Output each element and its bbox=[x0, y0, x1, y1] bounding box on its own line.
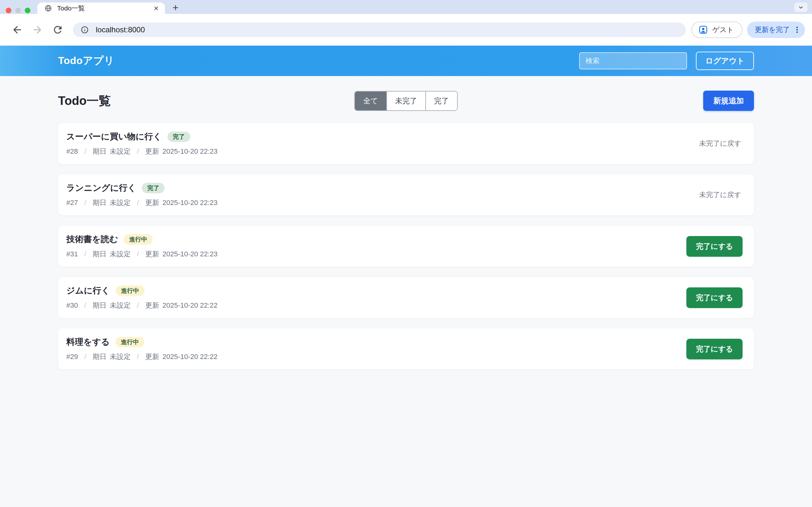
todo-id: #27 bbox=[66, 199, 78, 207]
updated-value: 2025-10-20 22:23 bbox=[162, 250, 217, 258]
due-label: 期日 bbox=[93, 249, 107, 259]
todo-meta: #28 / 期日 未設定 / 更新 2025-10-20 22:23 bbox=[66, 147, 217, 156]
updated-label: 更新 bbox=[145, 352, 159, 361]
todo-action[interactable]: 完了にする bbox=[687, 236, 743, 257]
window-controls bbox=[6, 8, 31, 13]
todo-card: 料理をする 進行中 #29 / 期日 未設定 / 更新 2025-10-20 2… bbox=[58, 328, 754, 370]
todo-meta: #30 / 期日 未設定 / 更新 2025-10-20 22:22 bbox=[66, 301, 217, 310]
meta-separator: / bbox=[84, 301, 86, 309]
updated-label: 更新 bbox=[145, 249, 159, 259]
todo-title: ランニングに行く bbox=[66, 182, 136, 193]
due-label: 期日 bbox=[93, 147, 107, 156]
todo-card: 技術書を読む 進行中 #31 / 期日 未設定 / 更新 2025-10-20 … bbox=[58, 226, 754, 267]
due-label: 期日 bbox=[93, 198, 107, 208]
browser-tab-strip: Todo一覧 × + bbox=[0, 0, 812, 14]
updated-value: 2025-10-20 22:22 bbox=[162, 301, 217, 309]
updated-label: 更新 bbox=[145, 198, 159, 208]
filter-incomplete-button[interactable]: 未完了 bbox=[387, 92, 426, 110]
search-input[interactable] bbox=[579, 52, 687, 69]
status-badge: 進行中 bbox=[124, 234, 153, 245]
due-value: 未設定 bbox=[110, 352, 131, 361]
todo-action[interactable]: 未完了に戻す bbox=[698, 136, 743, 151]
profile-button[interactable]: ゲスト bbox=[692, 21, 743, 38]
todo-action[interactable]: 完了にする bbox=[687, 287, 743, 308]
meta-separator: / bbox=[137, 353, 139, 361]
todo-card: ジムに行く 進行中 #30 / 期日 未設定 / 更新 2025-10-20 2… bbox=[58, 277, 754, 318]
page-title: Todo一覧 bbox=[58, 93, 354, 109]
finish-update-button[interactable]: 更新を完了 bbox=[747, 21, 805, 38]
due-value: 未設定 bbox=[110, 198, 131, 208]
browser-menu-icon[interactable] bbox=[793, 26, 801, 34]
app-title: Todoアプリ bbox=[58, 54, 579, 68]
status-badge: 完了 bbox=[167, 131, 190, 142]
todo-title: 料理をする bbox=[66, 336, 110, 348]
meta-separator: / bbox=[84, 250, 86, 258]
chevron-down-icon bbox=[798, 4, 804, 10]
guest-avatar-icon bbox=[699, 25, 708, 35]
reload-icon[interactable] bbox=[52, 24, 63, 36]
browser-tab[interactable]: Todo一覧 × bbox=[38, 3, 165, 14]
zoom-window-button[interactable] bbox=[25, 8, 31, 13]
due-value: 未設定 bbox=[110, 147, 131, 156]
meta-separator: / bbox=[84, 353, 86, 361]
todo-meta: #31 / 期日 未設定 / 更新 2025-10-20 22:23 bbox=[66, 249, 217, 259]
filter-segmented-control: 全て 未完了 完了 bbox=[354, 91, 458, 111]
tab-title: Todo一覧 bbox=[57, 4, 153, 13]
globe-icon bbox=[44, 4, 52, 12]
updated-label: 更新 bbox=[145, 147, 159, 156]
profile-label: ゲスト bbox=[712, 25, 734, 35]
meta-separator: / bbox=[84, 199, 86, 207]
meta-separator: / bbox=[137, 301, 139, 309]
tab-search-button[interactable] bbox=[794, 3, 808, 12]
close-window-button[interactable] bbox=[6, 8, 11, 13]
due-value: 未設定 bbox=[110, 301, 131, 310]
todo-action[interactable]: 未完了に戻す bbox=[698, 187, 743, 202]
todo-id: #30 bbox=[66, 301, 78, 309]
forward-icon[interactable] bbox=[32, 24, 43, 36]
status-badge: 進行中 bbox=[115, 337, 144, 347]
meta-separator: / bbox=[137, 147, 139, 156]
todo-id: #29 bbox=[66, 353, 78, 361]
status-badge: 完了 bbox=[142, 183, 165, 193]
page-head: Todo一覧 全て 未完了 完了 新規追加 bbox=[58, 91, 754, 111]
new-tab-button[interactable]: + bbox=[172, 3, 179, 13]
todo-list: スーパーに買い物に行く 完了 #28 / 期日 未設定 / 更新 2025-10… bbox=[58, 123, 754, 370]
filter-all-button[interactable]: 全て bbox=[355, 92, 387, 110]
todo-card: スーパーに買い物に行く 完了 #28 / 期日 未設定 / 更新 2025-10… bbox=[58, 123, 754, 164]
url-text: localhost:8000 bbox=[96, 25, 145, 34]
status-badge: 進行中 bbox=[116, 285, 145, 296]
meta-separator: / bbox=[137, 250, 139, 258]
todo-title: スーパーに買い物に行く bbox=[66, 131, 162, 142]
browser-toolbar: localhost:8000 ゲスト 更新を完了 bbox=[0, 14, 812, 46]
updated-value: 2025-10-20 22:22 bbox=[162, 353, 217, 361]
todo-title: 技術書を読む bbox=[66, 233, 118, 245]
updated-value: 2025-10-20 22:23 bbox=[162, 147, 217, 156]
updated-label: 更新 bbox=[145, 301, 159, 310]
due-value: 未設定 bbox=[110, 249, 131, 259]
meta-separator: / bbox=[137, 199, 139, 207]
due-label: 期日 bbox=[93, 301, 107, 310]
logout-button[interactable]: ログアウト bbox=[696, 52, 754, 70]
address-bar[interactable]: localhost:8000 bbox=[73, 22, 686, 37]
tab-close-icon[interactable]: × bbox=[153, 4, 160, 12]
due-label: 期日 bbox=[93, 352, 107, 361]
filter-complete-button[interactable]: 完了 bbox=[426, 92, 457, 110]
todo-action[interactable]: 完了にする bbox=[687, 339, 743, 359]
todo-id: #31 bbox=[66, 250, 78, 258]
site-info-icon[interactable] bbox=[81, 26, 89, 34]
todo-id: #28 bbox=[66, 147, 78, 156]
todo-card: ランニングに行く 完了 #27 / 期日 未設定 / 更新 2025-10-20… bbox=[58, 174, 754, 216]
minimize-window-button[interactable] bbox=[15, 8, 21, 13]
updated-value: 2025-10-20 22:23 bbox=[162, 199, 217, 207]
app-header: Todoアプリ ログアウト bbox=[0, 46, 812, 76]
add-todo-button[interactable]: 新規追加 bbox=[703, 91, 754, 111]
todo-meta: #29 / 期日 未設定 / 更新 2025-10-20 22:22 bbox=[66, 352, 217, 361]
back-icon[interactable] bbox=[11, 24, 23, 36]
finish-update-label: 更新を完了 bbox=[755, 25, 790, 35]
todo-title: ジムに行く bbox=[66, 285, 110, 296]
todo-meta: #27 / 期日 未設定 / 更新 2025-10-20 22:23 bbox=[66, 198, 217, 208]
meta-separator: / bbox=[84, 147, 86, 156]
